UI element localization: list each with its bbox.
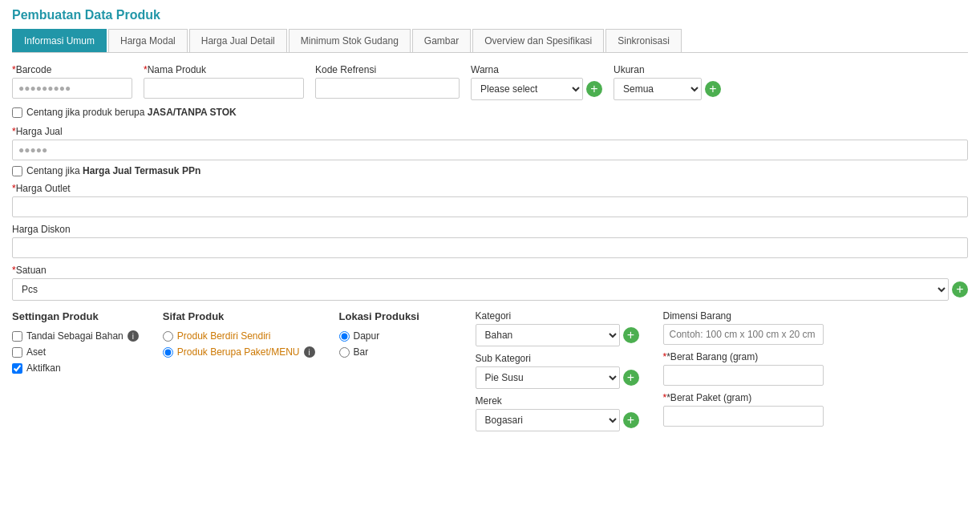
tab-bar: Informasi Umum Harga Modal Harga Jual De… [12,29,968,53]
harga-diskon-input[interactable] [12,237,968,258]
sub-kategori-label: Sub Kategori [476,353,639,364]
nama-produk-input[interactable]: Spaghetti [144,78,304,99]
radio-bar: Bar [339,346,452,358]
checkbox-bahan: Tandai Sebagai Bahan i [12,330,139,342]
top-form-row: *Barcode *Nama Produk Spaghetti Kode Ref… [12,64,968,100]
aset-checkbox[interactable] [12,347,22,358]
berat-paket-label: **Berat Paket (gram) [663,392,824,403]
barcode-label: *Barcode [12,64,132,75]
aktifkan-checkbox[interactable] [12,363,22,374]
warna-label: Warna [471,64,602,75]
radio-bar-input[interactable] [339,347,350,358]
dimensi-input[interactable] [663,324,824,345]
dimensi-col: Dimensi Barang **Berat Barang (gram) 1 *… [663,310,824,431]
bar-label: Bar [354,346,369,358]
harga-diskon-label: Harga Diskon [12,224,968,235]
kategori-select[interactable]: Bahan [476,324,620,346]
kategori-add-button[interactable]: + [623,327,639,343]
harga-jual-group: *Harga Jual [12,126,968,160]
kode-referensi-group: Kode Refrensi [315,64,460,99]
ukuran-add-button[interactable]: + [705,81,721,97]
ppn-checkbox-row: Centang jika Harga Jual Termasuk PPn [12,165,968,176]
kategori-group: Kategori Bahan + [476,310,639,346]
jasa-checkbox-row: Centang jika produk berupa JASA/TANPA ST… [12,107,968,118]
ukuran-label: Ukuran [614,64,721,75]
paket-menu-label: Produk Berupa Paket/MENU [177,346,300,358]
radio-dapur: Dapur [339,330,452,342]
kategori-label: Kategori [476,310,639,322]
satuan-label: *Satuan [12,265,968,276]
merek-group: Merek Bogasari + [476,395,639,431]
tab-informasi-umum[interactable]: Informasi Umum [12,29,107,52]
lokasi-produksi-title: Lokasi Produksi [339,310,452,322]
tab-harga-modal[interactable]: Harga Modal [108,29,188,52]
radio-berdiri-sendiri-input[interactable] [163,331,173,342]
ukuran-select[interactable]: Semua [614,78,702,100]
dimensi-group: Dimensi Barang [663,310,824,345]
berat-paket-input[interactable]: 1 [663,406,824,427]
bahan-label: Tandai Sebagai Bahan [26,330,124,342]
harga-outlet-label: *Harga Outlet [12,183,968,194]
bottom-section: Settingan Produk Tandai Sebagai Bahan i … [12,310,968,431]
barcode-input[interactable] [12,78,132,99]
radio-paket-menu-input[interactable] [163,347,173,358]
aset-label: Aset [26,346,46,358]
settingan-produk-title: Settingan Produk [12,310,139,322]
merek-add-button[interactable]: + [623,412,639,428]
settingan-produk-col: Settingan Produk Tandai Sebagai Bahan i … [12,310,139,431]
dimensi-label: Dimensi Barang [663,310,824,322]
aktifkan-label: Aktifkan [26,362,61,374]
merek-select[interactable]: Bogasari [476,409,620,431]
harga-outlet-input[interactable]: 0 [12,196,968,217]
sub-kategori-add-button[interactable]: + [623,370,639,386]
warna-add-button[interactable]: + [586,81,602,97]
satuan-group: *Satuan Pcs + [12,265,968,301]
ukuran-group: Ukuran Semua + [614,64,721,100]
berat-barang-label: **Berat Barang (gram) [663,351,824,362]
radio-berdiri-sendiri: Produk Berdiri Sendiri [163,330,315,342]
sub-kategori-group: Sub Kategori Pie Susu + [476,353,639,389]
sifat-produk-col: Sifat Produk Produk Berdiri Sendiri Prod… [163,310,315,431]
warna-group: Warna Please select + [471,64,602,100]
satuan-row: Pcs + [12,278,968,301]
sub-kategori-select-row: Pie Susu + [476,366,639,389]
page-title: Pembuatan Data Produk [12,8,968,22]
checkbox-aktifkan: Aktifkan [12,362,139,374]
jasa-label: Centang jika produk berupa JASA/TANPA ST… [26,107,237,118]
tab-minimum-stok[interactable]: Minimum Stok Gudang [289,29,411,52]
ppn-checkbox[interactable] [12,166,22,176]
berat-paket-group: **Berat Paket (gram) 1 [663,392,824,427]
harga-diskon-group: Harga Diskon [12,224,968,258]
lokasi-produksi-col: Lokasi Produksi Dapur Bar [339,310,452,431]
tab-harga-jual-detail[interactable]: Harga Jual Detail [189,29,287,52]
dapur-label: Dapur [354,330,380,342]
kode-referensi-input[interactable] [315,78,460,99]
bahan-info-icon: i [128,330,139,342]
sifat-produk-title: Sifat Produk [163,310,315,322]
kategori-select-row: Bahan + [476,324,639,346]
jasa-checkbox[interactable] [12,107,22,118]
radio-paket-menu: Produk Berupa Paket/MENU i [163,346,315,358]
sub-kategori-select[interactable]: Pie Susu [476,366,620,389]
nama-produk-label: *Nama Produk [144,64,304,75]
harga-jual-label: *Harga Jual [12,126,968,137]
harga-jual-input[interactable] [12,140,968,160]
kode-referensi-label: Kode Refrensi [315,64,460,75]
satuan-add-button[interactable]: + [952,281,968,298]
ppn-label: Centang jika Harga Jual Termasuk PPn [26,165,200,176]
barcode-group: *Barcode [12,64,132,99]
tab-sinkronisasi[interactable]: Sinkronisasi [605,29,682,52]
bahan-checkbox[interactable] [12,331,22,342]
berdiri-sendiri-label: Produk Berdiri Sendiri [177,330,271,342]
warna-select[interactable]: Please select [471,78,583,100]
tab-gambar[interactable]: Gambar [412,29,471,52]
berat-barang-input[interactable]: 1 [663,365,824,386]
merek-select-row: Bogasari + [476,409,639,431]
satuan-select[interactable]: Pcs [12,278,949,301]
nama-produk-group: *Nama Produk Spaghetti [144,64,304,99]
berat-barang-group: **Berat Barang (gram) 1 [663,351,824,386]
paket-info-icon: i [304,346,315,358]
radio-dapur-input[interactable] [339,331,350,342]
checkbox-aset: Aset [12,346,139,358]
tab-overview[interactable]: Overview dan Spesifikasi [472,29,604,52]
